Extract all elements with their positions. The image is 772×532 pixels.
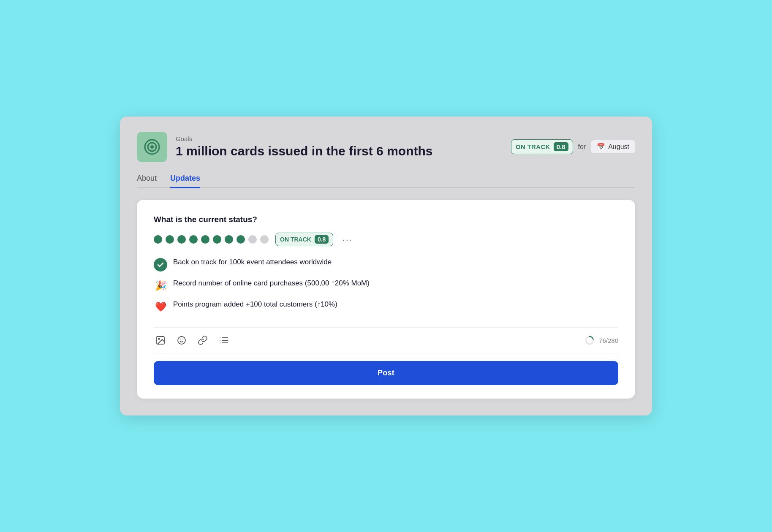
- dot-3: [177, 235, 186, 244]
- update-card: What is the current status? ON TRACK 0.8…: [137, 200, 635, 399]
- heart-icon: ❤️: [154, 300, 167, 314]
- post-button[interactable]: Post: [154, 361, 618, 385]
- inline-status-badge[interactable]: ON TRACK 0.8: [275, 233, 333, 246]
- month-label: August: [608, 143, 629, 151]
- tab-updates[interactable]: Updates: [170, 174, 200, 188]
- update-item-2: 🎉 Record number of online card purchases…: [154, 279, 618, 293]
- update-text-3: Points program added +100 total customer…: [173, 300, 337, 309]
- tabs-container: About Updates: [137, 174, 635, 188]
- status-row: ON TRACK 0.8 ···: [154, 233, 618, 246]
- header-text: Goals 1 million cards issued in the firs…: [176, 135, 501, 158]
- progress-ring: [584, 335, 595, 345]
- dot-8: [236, 235, 245, 244]
- emoji-icon[interactable]: [175, 334, 188, 347]
- link-icon[interactable]: [196, 334, 209, 347]
- header: Goals 1 million cards issued in the firs…: [137, 132, 635, 162]
- inline-on-track-text: ON TRACK: [280, 236, 311, 243]
- page-title: 1 million cards issued in the first 6 mo…: [176, 144, 501, 158]
- calendar-icon: 📅: [597, 143, 605, 151]
- dot-6: [213, 235, 221, 244]
- toolbar-right: 76/280: [584, 335, 618, 345]
- image-icon[interactable]: [154, 334, 167, 347]
- char-counter: 76/280: [599, 337, 618, 344]
- svg-point-5: [178, 337, 185, 344]
- month-badge: 📅 August: [591, 140, 635, 153]
- goal-icon: [137, 132, 167, 162]
- more-button[interactable]: ···: [340, 234, 355, 245]
- update-items: Back on track for 100k event attendees w…: [154, 258, 618, 314]
- tab-about[interactable]: About: [137, 174, 157, 188]
- party-icon: 🎉: [154, 279, 167, 293]
- svg-point-2: [150, 145, 154, 149]
- header-score-pill: 0.8: [554, 142, 568, 151]
- dot-4: [189, 235, 198, 244]
- dot-2: [166, 235, 174, 244]
- goals-label: Goals: [176, 135, 501, 142]
- update-item-3: ❤️ Points program added +100 total custo…: [154, 300, 618, 314]
- dot-10: [260, 235, 269, 244]
- dot-9: [248, 235, 257, 244]
- dots-container: [154, 235, 269, 244]
- section-title: What is the current status?: [154, 215, 618, 224]
- header-status-badge: ON TRACK 0.8: [511, 139, 573, 154]
- header-on-track-text: ON TRACK: [516, 143, 550, 150]
- inline-score-pill: 0.8: [315, 235, 329, 244]
- update-text-2: Record number of online card purchases (…: [173, 279, 370, 288]
- update-text-1: Back on track for 100k event attendees w…: [173, 258, 332, 266]
- update-item-1: Back on track for 100k event attendees w…: [154, 258, 618, 271]
- toolbar: 76/280: [154, 327, 618, 353]
- svg-point-4: [158, 338, 160, 339]
- check-icon: [154, 258, 167, 271]
- dot-5: [201, 235, 209, 244]
- dot-7: [225, 235, 233, 244]
- list-icon[interactable]: [217, 334, 231, 347]
- header-right: ON TRACK 0.8 for 📅 August: [511, 139, 635, 154]
- for-text: for: [578, 143, 586, 151]
- main-container: Goals 1 million cards issued in the firs…: [120, 117, 652, 416]
- dot-1: [154, 235, 162, 244]
